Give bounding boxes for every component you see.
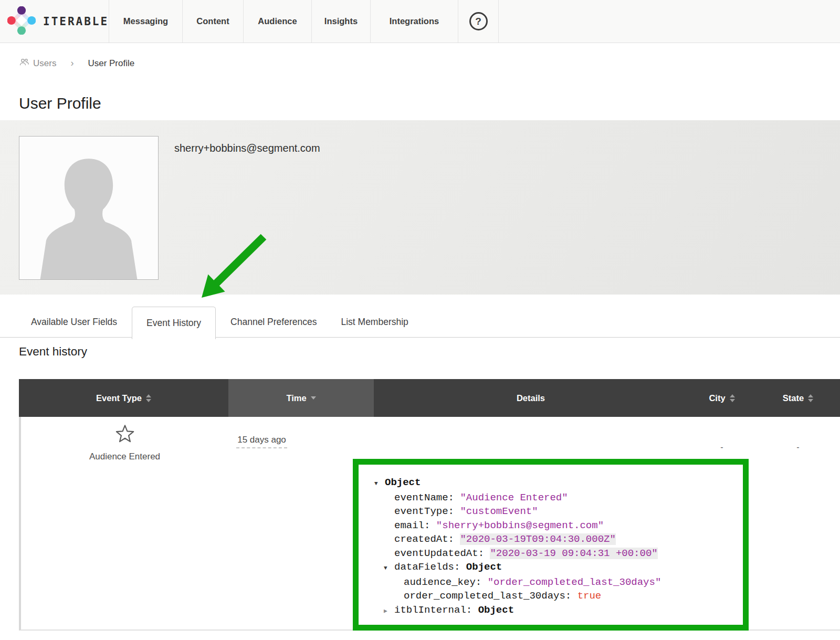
- brand-wordmark: ITERABLE: [43, 15, 109, 28]
- help-button[interactable]: ?: [458, 0, 499, 43]
- users-icon: [19, 58, 29, 69]
- caret-down-icon[interactable]: ▼: [384, 561, 394, 575]
- top-navigation: ITERABLE Messaging Content Audience Insi…: [0, 0, 840, 43]
- page-title: User Profile: [19, 95, 840, 112]
- details-json-lines: ▼ObjecteventName: "Audience Entered"even…: [374, 476, 734, 618]
- tab-label: Event History: [146, 318, 201, 329]
- breadcrumb-root-label: Users: [33, 58, 56, 69]
- event-type-cell: Audience Entered: [21, 417, 228, 629]
- json-line: audience_key: "order_completed_last_30da…: [374, 575, 734, 590]
- column-header-state[interactable]: State: [756, 379, 840, 417]
- state-cell: -: [756, 417, 840, 629]
- json-value: Object: [385, 477, 421, 488]
- chevron-right-icon: ›: [70, 58, 74, 69]
- column-label: Time: [286, 393, 306, 403]
- star-icon: [114, 423, 135, 446]
- json-key: eventUpdatedAt:: [394, 548, 490, 559]
- json-value: Object: [478, 604, 514, 616]
- json-value: "customEvent": [460, 506, 538, 517]
- tab-event-history[interactable]: Event History: [132, 307, 216, 339]
- user-email: sherry+bobbins@segment.com: [174, 142, 320, 154]
- sort-desc-icon[interactable]: [311, 396, 316, 400]
- nav-item-insights[interactable]: Insights: [312, 0, 371, 43]
- highlighted-json-details: ▼ObjecteventName: "Audience Entered"even…: [353, 459, 749, 631]
- breadcrumb-users-link[interactable]: Users: [19, 58, 56, 69]
- tab-list-membership[interactable]: List Membership: [329, 307, 420, 338]
- json-line: eventName: "Audience Entered": [374, 491, 734, 505]
- json-value: "sherry+bobbins@segment.com": [436, 520, 604, 531]
- column-header-time[interactable]: Time: [228, 379, 374, 417]
- json-line: email: "sherry+bobbins@segment.com": [374, 519, 734, 533]
- nav-item-label: Audience: [258, 16, 297, 26]
- nav-item-label: Insights: [324, 16, 358, 26]
- json-value: "2020-03-19 09:04:31 +00:00": [490, 548, 657, 559]
- table-row: Audience Entered 15 days ago - - ▼Object…: [19, 417, 840, 631]
- json-line: eventUpdatedAt: "2020-03-19 09:04:31 +00…: [374, 547, 734, 561]
- time-cell: 15 days ago: [228, 417, 374, 629]
- column-label: City: [709, 393, 725, 403]
- json-value: true: [578, 590, 602, 602]
- avatar: [19, 136, 159, 280]
- json-line: ▼Object: [374, 476, 734, 491]
- section-heading: Event history: [19, 345, 840, 359]
- column-label: Event Type: [96, 393, 142, 403]
- json-line: ▶itblInternal: Object: [374, 603, 734, 618]
- column-header-details: Details: [374, 379, 688, 417]
- json-line: eventType: "customEvent": [374, 505, 734, 519]
- json-line: order_completed_last_30days: true: [374, 589, 734, 603]
- json-key: createdAt:: [394, 533, 460, 545]
- nav-item-label: Messaging: [123, 16, 168, 26]
- column-header-city[interactable]: City: [688, 379, 756, 417]
- tab-available-user-fields[interactable]: Available User Fields: [19, 307, 129, 338]
- profile-header-section: sherry+bobbins@segment.com: [0, 120, 840, 295]
- breadcrumb: Users › User Profile: [19, 58, 840, 69]
- caret-down-icon[interactable]: ▼: [374, 477, 385, 491]
- breadcrumb-current: User Profile: [88, 58, 134, 69]
- json-key: dataFields:: [394, 561, 466, 573]
- json-value: "Audience Entered": [460, 492, 568, 503]
- annotation-arrow-icon: [196, 234, 270, 304]
- nav-item-audience[interactable]: Audience: [244, 0, 312, 43]
- json-value: "order_completed_last_30days": [488, 576, 662, 588]
- json-key: eventName:: [394, 492, 460, 503]
- profile-tabs: Available User Fields Event History Chan…: [0, 307, 840, 338]
- event-type-label: Audience Entered: [89, 452, 160, 462]
- sort-icon[interactable]: [808, 394, 813, 402]
- event-history-table: Event Type Time Details City State Audie…: [19, 379, 840, 631]
- json-line: createdAt: "2020-03-19T09:04:30.000Z": [374, 532, 734, 547]
- json-key: itblInternal:: [394, 604, 478, 616]
- nav-item-label: Integrations: [390, 16, 439, 26]
- caret-right-icon[interactable]: ▶: [384, 604, 394, 618]
- json-key: email:: [394, 520, 436, 531]
- help-icon: ?: [469, 12, 488, 30]
- json-key: eventType:: [394, 506, 460, 517]
- json-key: audience_key:: [404, 576, 488, 588]
- json-value: Object: [466, 561, 502, 573]
- iterable-logo-icon: [7, 6, 36, 37]
- relative-time[interactable]: 15 days ago: [236, 435, 287, 448]
- tab-label: Channel Preferences: [230, 317, 317, 328]
- tab-channel-preferences[interactable]: Channel Preferences: [218, 307, 329, 338]
- sort-icon[interactable]: [146, 394, 151, 402]
- sort-icon[interactable]: [730, 394, 735, 402]
- nav-item-messaging[interactable]: Messaging: [109, 0, 183, 43]
- column-header-event-type[interactable]: Event Type: [19, 379, 228, 417]
- column-label: State: [783, 393, 804, 403]
- table-header: Event Type Time Details City State: [19, 379, 840, 417]
- iterable-logo[interactable]: ITERABLE: [0, 0, 109, 43]
- json-line: ▼dataFields: Object: [374, 560, 734, 575]
- nav-item-label: Content: [196, 16, 229, 26]
- json-value: "2020-03-19T09:04:30.000Z": [460, 533, 615, 545]
- tab-label: Available User Fields: [31, 317, 117, 328]
- tab-label: List Membership: [341, 317, 408, 328]
- nav-item-content[interactable]: Content: [183, 0, 244, 43]
- json-key: order_completed_last_30days:: [404, 590, 578, 602]
- column-label: Details: [517, 393, 545, 403]
- nav-item-integrations[interactable]: Integrations: [371, 0, 458, 43]
